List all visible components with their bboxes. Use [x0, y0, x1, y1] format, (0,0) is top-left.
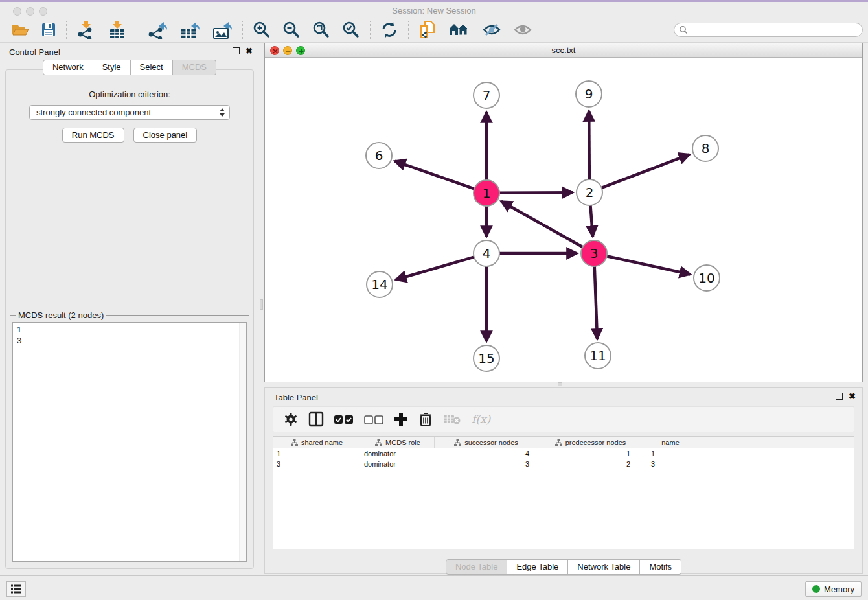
graph-edge[interactable]: [396, 257, 474, 280]
table-panel-close-icon[interactable]: ✖: [849, 393, 856, 400]
toolbar-separator: [66, 21, 67, 39]
mcds-result-text[interactable]: 1 3: [12, 322, 247, 562]
graph-node-7[interactable]: 7: [473, 82, 500, 109]
table-cell[interactable]: 4: [435, 448, 538, 459]
graph-node-15[interactable]: 15: [473, 345, 500, 372]
mcds-result-title: MCDS result (2 nodes): [16, 310, 106, 320]
zoom-selected-button[interactable]: [338, 19, 364, 40]
criterion-dropdown[interactable]: strongly connected component: [29, 105, 230, 120]
tab-edge-table[interactable]: Edge Table: [507, 559, 568, 575]
function-builder-button[interactable]: f(x): [472, 413, 490, 426]
graph-edge[interactable]: [499, 192, 573, 193]
clone-network-button[interactable]: [415, 19, 440, 41]
table-cell[interactable]: dominator: [361, 448, 435, 459]
table-cell[interactable]: dominator: [361, 459, 435, 469]
close-panel-button[interactable]: Close panel: [133, 128, 198, 143]
table-cell[interactable]: 1: [273, 448, 361, 459]
attribute-tree-icon: [555, 439, 562, 446]
graph-edge[interactable]: [602, 154, 690, 188]
control-panel-close-icon[interactable]: ✖: [246, 47, 253, 54]
memory-button[interactable]: Memory: [805, 581, 862, 597]
vertical-splitter[interactable]: [259, 43, 264, 574]
save-session-button[interactable]: [37, 21, 60, 39]
result-scrollbar[interactable]: [239, 323, 246, 561]
control-panel-header: Control Panel ✖: [0, 43, 259, 61]
graph-edge[interactable]: [595, 266, 597, 339]
apply-layout-button[interactable]: [376, 20, 402, 40]
control-panel: Control Panel ✖ Network Style Select MCD…: [0, 43, 259, 574]
table-row[interactable]: 1dominator411: [273, 448, 854, 459]
export-network-button[interactable]: [143, 19, 172, 40]
tab-network-table[interactable]: Network Table: [568, 559, 640, 575]
column-header[interactable]: shared name: [273, 437, 361, 448]
trash-icon: [418, 411, 433, 427]
export-image-button[interactable]: [208, 19, 236, 40]
column-header[interactable]: predecessor nodes: [538, 437, 643, 448]
open-session-button[interactable]: [7, 21, 33, 39]
table-cell[interactable]: 1: [538, 448, 643, 459]
table-row[interactable]: 3dominator323: [273, 459, 854, 469]
table-cell[interactable]: 3: [643, 459, 698, 469]
graph-edge[interactable]: [590, 205, 593, 237]
graph-node-3[interactable]: 3: [580, 240, 608, 267]
column-header[interactable]: successor nodes: [435, 437, 538, 448]
tab-network[interactable]: Network: [43, 60, 93, 75]
export-table-button[interactable]: [176, 19, 204, 40]
graph-edge[interactable]: [501, 202, 583, 248]
table-cell[interactable]: 2: [538, 459, 643, 469]
node-table: shared nameMCDS rolesuccessor nodesprede…: [273, 436, 854, 549]
import-network-button[interactable]: [73, 19, 100, 40]
graph-node-14[interactable]: 14: [366, 271, 393, 298]
column-header[interactable]: MCDS role: [361, 437, 435, 448]
table-cell[interactable]: 3: [273, 459, 361, 469]
zoom-out-button[interactable]: [279, 19, 304, 40]
search-input[interactable]: [674, 23, 863, 37]
new-column-button[interactable]: [394, 412, 408, 426]
toolbar-separator: [370, 21, 371, 39]
network-window-titlebar[interactable]: scc.txt: [265, 43, 862, 58]
graph-node-11[interactable]: 11: [584, 342, 611, 369]
delete-table-button[interactable]: [443, 413, 461, 425]
zoom-in-button[interactable]: [249, 19, 275, 40]
show-all-button[interactable]: [509, 21, 536, 39]
toolbar-separator: [408, 21, 409, 39]
refresh-icon: [380, 21, 398, 38]
graph-node-8[interactable]: 8: [692, 135, 719, 162]
tab-mcds[interactable]: MCDS: [173, 60, 216, 75]
run-mcds-button[interactable]: Run MCDS: [62, 128, 124, 143]
zoom-fit-button[interactable]: [308, 19, 334, 40]
table-mode-button[interactable]: [284, 412, 298, 426]
task-history-button[interactable]: [6, 581, 26, 597]
zoom-selected-icon: [342, 21, 360, 39]
delete-columns-button[interactable]: [418, 411, 433, 427]
network-overview-button[interactable]: [444, 20, 474, 40]
clear-all-button[interactable]: [364, 415, 383, 424]
graph-edge[interactable]: [589, 111, 589, 179]
select-all-button[interactable]: [334, 415, 354, 424]
graph-node-10[interactable]: 10: [693, 264, 720, 292]
tab-select[interactable]: Select: [131, 60, 173, 75]
list-icon: [10, 584, 22, 594]
graph-node-1[interactable]: 1: [473, 179, 500, 207]
table-cell[interactable]: 1: [643, 448, 698, 459]
tab-motifs[interactable]: Motifs: [640, 559, 681, 575]
graph-node-2[interactable]: 2: [576, 179, 603, 206]
tab-style[interactable]: Style: [93, 60, 131, 75]
network-canvas[interactable]: 7968124314101511: [265, 58, 862, 382]
graph-node-6[interactable]: 6: [365, 142, 393, 169]
column-header[interactable]: name: [643, 437, 698, 448]
splitter-grip[interactable]: [260, 299, 263, 310]
export-network-icon: [147, 21, 168, 39]
graph-edge[interactable]: [607, 256, 691, 274]
table-cell[interactable]: 3: [435, 459, 538, 469]
column-selector-button[interactable]: [308, 411, 324, 427]
tab-node-table[interactable]: Node Table: [446, 559, 508, 575]
horizontal-splitter-grip[interactable]: [558, 382, 562, 386]
hide-selected-button[interactable]: [478, 21, 505, 39]
graph-node-4[interactable]: 4: [473, 240, 500, 267]
import-table-button[interactable]: [104, 19, 131, 40]
table-panel-float-icon[interactable]: [836, 393, 843, 400]
control-panel-float-icon[interactable]: [233, 47, 240, 54]
graph-node-9[interactable]: 9: [575, 80, 602, 108]
graph-edge[interactable]: [395, 161, 475, 189]
